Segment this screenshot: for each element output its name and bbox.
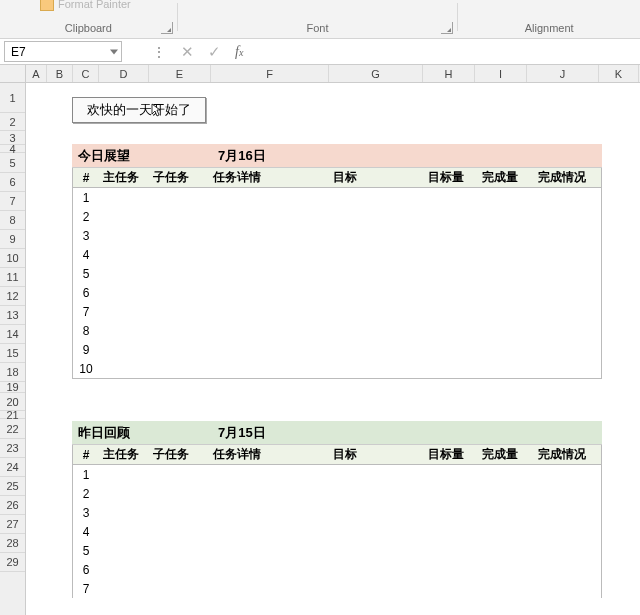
col-header[interactable]: B: [47, 65, 73, 82]
row-header[interactable]: 9: [0, 230, 25, 249]
row-header[interactable]: 15: [0, 344, 25, 363]
table-header-row: # 主任务 子任务 任务详情 目标 目标量 完成量 完成情况: [73, 445, 601, 465]
row-num: 5: [73, 544, 99, 558]
chevron-down-icon[interactable]: [110, 49, 118, 54]
ribbon-group-alignment: Alignment: [458, 0, 640, 38]
col-header[interactable]: J: [527, 65, 599, 82]
col-goal: 目标: [329, 169, 419, 186]
table-row[interactable]: 7: [73, 579, 601, 598]
row-header[interactable]: 26: [0, 496, 25, 515]
row-num: 4: [73, 525, 99, 539]
row-num: 2: [73, 210, 99, 224]
col-header[interactable]: K: [599, 65, 639, 82]
row-header[interactable]: 19: [0, 382, 25, 393]
row-header[interactable]: 28: [0, 534, 25, 553]
row-header[interactable]: 10: [0, 249, 25, 268]
table-row[interactable]: 1: [73, 465, 601, 484]
col-header[interactable]: H: [423, 65, 475, 82]
row-header[interactable]: 6: [0, 173, 25, 192]
table-row[interactable]: 4: [73, 245, 601, 264]
start-day-button[interactable]: 欢快的一天开始了: [72, 97, 206, 123]
row-header[interactable]: 11: [0, 268, 25, 287]
row-header[interactable]: 5: [0, 153, 25, 173]
table-row[interactable]: 2: [73, 484, 601, 503]
col-header[interactable]: I: [475, 65, 527, 82]
row-header[interactable]: 29: [0, 553, 25, 572]
row-num: 10: [73, 362, 99, 376]
spreadsheet-grid[interactable]: A B C D E F G H I J K 123456789101112131…: [0, 65, 640, 615]
paintbrush-icon: [40, 0, 54, 11]
enter-icon[interactable]: ✓: [208, 43, 221, 61]
select-all-corner[interactable]: [0, 65, 26, 83]
col-goalamt: 目标量: [419, 446, 473, 463]
yesterday-table-body: 1234567: [73, 465, 601, 598]
col-header[interactable]: G: [329, 65, 423, 82]
row-header[interactable]: 1: [0, 83, 25, 113]
cancel-icon[interactable]: ✕: [181, 43, 194, 61]
table-row[interactable]: 9: [73, 340, 601, 359]
table-row[interactable]: 7: [73, 302, 601, 321]
table-row[interactable]: 5: [73, 541, 601, 560]
row-header[interactable]: 8: [0, 211, 25, 230]
row-header[interactable]: 12: [0, 287, 25, 306]
group-label-clipboard: Clipboard: [65, 22, 112, 34]
yesterday-task-table: # 主任务 子任务 任务详情 目标 目标量 完成量 完成情况 1234567: [72, 445, 602, 598]
row-headers[interactable]: 1234567891011121314151819202122232425262…: [0, 83, 26, 615]
row-num: 7: [73, 305, 99, 319]
table-header-row: # 主任务 子任务 任务详情 目标 目标量 完成量 完成情况: [73, 168, 601, 188]
row-num: 7: [73, 582, 99, 596]
today-table-body: 12345678910: [73, 188, 601, 378]
row-header[interactable]: 24: [0, 458, 25, 477]
row-header[interactable]: 22: [0, 419, 25, 439]
row-num: 6: [73, 286, 99, 300]
formula-bar-tools: ⋮ ✕ ✓ fx: [124, 39, 261, 64]
name-box[interactable]: E7: [4, 41, 122, 62]
table-row[interactable]: 8: [73, 321, 601, 340]
cells-area[interactable]: 欢快的一天开始了 今日展望 7月16日 # 主任务 子任务 任务详情 目标 目标…: [26, 83, 640, 615]
column-headers[interactable]: A B C D E F G H I J K: [26, 65, 640, 83]
col-goalamt: 目标量: [419, 169, 473, 186]
table-row[interactable]: 6: [73, 283, 601, 302]
ribbon-group-font: Font: [178, 0, 458, 38]
formula-input[interactable]: [261, 39, 640, 64]
col-header[interactable]: D: [99, 65, 149, 82]
clipboard-dialog-launcher-icon[interactable]: [161, 22, 173, 34]
table-row[interactable]: 2: [73, 207, 601, 226]
col-header[interactable]: E: [149, 65, 211, 82]
row-header[interactable]: 18: [0, 363, 25, 382]
group-label-alignment: Alignment: [525, 22, 574, 34]
row-header[interactable]: 21: [0, 411, 25, 419]
row-header[interactable]: 4: [0, 145, 25, 153]
table-row[interactable]: 6: [73, 560, 601, 579]
col-sub: 子任务: [149, 446, 209, 463]
col-header[interactable]: A: [26, 65, 47, 82]
table-row[interactable]: 4: [73, 522, 601, 541]
more-icon[interactable]: ⋮: [152, 44, 167, 60]
table-row[interactable]: 10: [73, 359, 601, 378]
col-main: 主任务: [99, 446, 149, 463]
col-goal: 目标: [329, 446, 419, 463]
row-header[interactable]: 13: [0, 306, 25, 325]
row-header[interactable]: 25: [0, 477, 25, 496]
table-row[interactable]: 5: [73, 264, 601, 283]
row-num: 8: [73, 324, 99, 338]
col-header[interactable]: C: [73, 65, 99, 82]
table-row[interactable]: 3: [73, 226, 601, 245]
col-header[interactable]: F: [211, 65, 329, 82]
row-header[interactable]: 2: [0, 113, 25, 131]
row-num: 3: [73, 229, 99, 243]
row-header[interactable]: 27: [0, 515, 25, 534]
row-header[interactable]: 23: [0, 439, 25, 458]
row-header[interactable]: 14: [0, 325, 25, 344]
table-row[interactable]: 3: [73, 503, 601, 522]
row-header[interactable]: 7: [0, 192, 25, 211]
fx-icon[interactable]: fx: [235, 44, 243, 60]
col-doneamt: 完成量: [473, 446, 527, 463]
group-label-font: Font: [306, 22, 328, 34]
format-painter-button[interactable]: Format Painter: [40, 0, 131, 11]
font-dialog-launcher-icon[interactable]: [441, 22, 453, 34]
ribbon-group-clipboard: Format Painter Clipboard: [0, 0, 177, 38]
col-detail: 任务详情: [209, 169, 329, 186]
col-num: #: [73, 171, 99, 185]
table-row[interactable]: 1: [73, 188, 601, 207]
